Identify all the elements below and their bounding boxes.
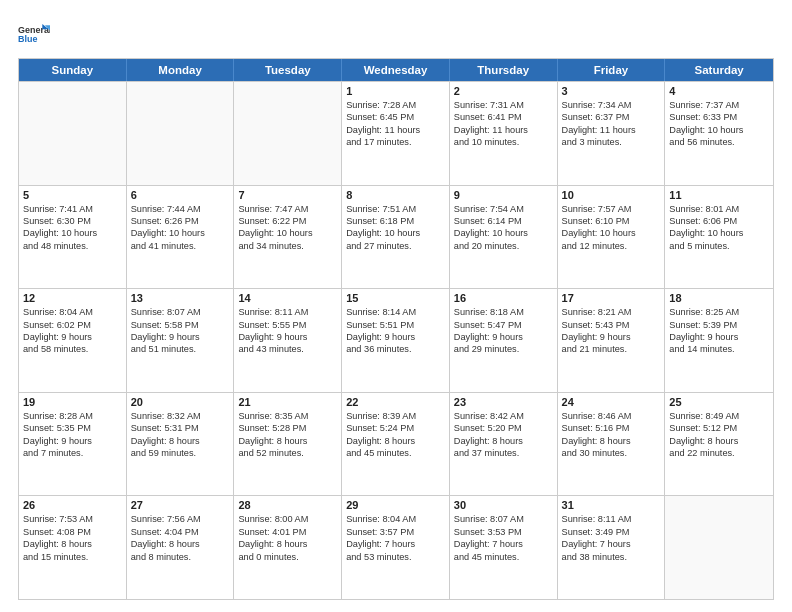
cell-info-line: and 27 minutes. — [346, 240, 445, 252]
cell-info-line: Sunrise: 8:39 AM — [346, 410, 445, 422]
day-number: 27 — [131, 499, 230, 511]
calendar-body: 1Sunrise: 7:28 AMSunset: 6:45 PMDaylight… — [19, 81, 773, 599]
cell-info-line: and 37 minutes. — [454, 447, 553, 459]
logo: GeneralBlue — [18, 18, 50, 50]
cell-info-line: Daylight: 11 hours — [346, 124, 445, 136]
header-cell-sunday: Sunday — [19, 59, 127, 81]
cell-info-line: and 45 minutes. — [346, 447, 445, 459]
cal-row-0: 1Sunrise: 7:28 AMSunset: 6:45 PMDaylight… — [19, 81, 773, 185]
cal-cell: 3Sunrise: 7:34 AMSunset: 6:37 PMDaylight… — [558, 82, 666, 185]
cell-info-line: Daylight: 10 hours — [669, 227, 769, 239]
cell-info-line: Sunset: 6:41 PM — [454, 111, 553, 123]
day-number: 31 — [562, 499, 661, 511]
cal-cell: 28Sunrise: 8:00 AMSunset: 4:01 PMDayligh… — [234, 496, 342, 599]
cell-info-line: Daylight: 9 hours — [131, 331, 230, 343]
day-number: 19 — [23, 396, 122, 408]
day-number: 15 — [346, 292, 445, 304]
page: GeneralBlue SundayMondayTuesdayWednesday… — [0, 0, 792, 612]
cell-info-line: and 51 minutes. — [131, 343, 230, 355]
cal-cell — [665, 496, 773, 599]
cell-info-line: Daylight: 9 hours — [23, 435, 122, 447]
cal-row-1: 5Sunrise: 7:41 AMSunset: 6:30 PMDaylight… — [19, 185, 773, 289]
cell-info-line: Sunrise: 7:56 AM — [131, 513, 230, 525]
cal-cell: 13Sunrise: 8:07 AMSunset: 5:58 PMDayligh… — [127, 289, 235, 392]
cell-info-line: Daylight: 8 hours — [238, 435, 337, 447]
day-number: 21 — [238, 396, 337, 408]
header-cell-wednesday: Wednesday — [342, 59, 450, 81]
day-number: 25 — [669, 396, 769, 408]
cell-info-line: and 56 minutes. — [669, 136, 769, 148]
cal-cell: 15Sunrise: 8:14 AMSunset: 5:51 PMDayligh… — [342, 289, 450, 392]
cell-info-line: Sunrise: 8:11 AM — [238, 306, 337, 318]
cell-info-line: Sunset: 6:45 PM — [346, 111, 445, 123]
day-number: 26 — [23, 499, 122, 511]
cal-cell: 19Sunrise: 8:28 AMSunset: 5:35 PMDayligh… — [19, 393, 127, 496]
header-cell-monday: Monday — [127, 59, 235, 81]
cell-info-line: Sunrise: 8:35 AM — [238, 410, 337, 422]
cal-cell: 25Sunrise: 8:49 AMSunset: 5:12 PMDayligh… — [665, 393, 773, 496]
cal-cell: 20Sunrise: 8:32 AMSunset: 5:31 PMDayligh… — [127, 393, 235, 496]
cell-info-line: Daylight: 7 hours — [346, 538, 445, 550]
cell-info-line: Sunrise: 8:28 AM — [23, 410, 122, 422]
cal-cell: 4Sunrise: 7:37 AMSunset: 6:33 PMDaylight… — [665, 82, 773, 185]
cell-info-line: Sunset: 5:16 PM — [562, 422, 661, 434]
cell-info-line: and 3 minutes. — [562, 136, 661, 148]
cell-info-line: and 34 minutes. — [238, 240, 337, 252]
cell-info-line: and 5 minutes. — [669, 240, 769, 252]
cell-info-line: Sunset: 5:28 PM — [238, 422, 337, 434]
cell-info-line: Sunset: 5:31 PM — [131, 422, 230, 434]
cell-info-line: and 52 minutes. — [238, 447, 337, 459]
cell-info-line: and 22 minutes. — [669, 447, 769, 459]
cell-info-line: Sunrise: 8:04 AM — [346, 513, 445, 525]
cal-cell: 12Sunrise: 8:04 AMSunset: 6:02 PMDayligh… — [19, 289, 127, 392]
cell-info-line: Daylight: 7 hours — [562, 538, 661, 550]
cal-cell: 11Sunrise: 8:01 AMSunset: 6:06 PMDayligh… — [665, 186, 773, 289]
day-number: 13 — [131, 292, 230, 304]
day-number: 4 — [669, 85, 769, 97]
day-number: 17 — [562, 292, 661, 304]
cell-info-line: and 59 minutes. — [131, 447, 230, 459]
cal-cell — [19, 82, 127, 185]
cal-cell: 1Sunrise: 7:28 AMSunset: 6:45 PMDaylight… — [342, 82, 450, 185]
day-number: 8 — [346, 189, 445, 201]
cell-info-line: and 48 minutes. — [23, 240, 122, 252]
cell-info-line: Sunset: 6:26 PM — [131, 215, 230, 227]
day-number: 7 — [238, 189, 337, 201]
cell-info-line: Sunrise: 8:00 AM — [238, 513, 337, 525]
cell-info-line: and 0 minutes. — [238, 551, 337, 563]
header-cell-tuesday: Tuesday — [234, 59, 342, 81]
cell-info-line: Daylight: 10 hours — [454, 227, 553, 239]
cell-info-line: Sunset: 6:30 PM — [23, 215, 122, 227]
cal-cell: 6Sunrise: 7:44 AMSunset: 6:26 PMDaylight… — [127, 186, 235, 289]
header: GeneralBlue — [18, 18, 774, 50]
cell-info-line: Sunset: 6:22 PM — [238, 215, 337, 227]
cell-info-line: Sunrise: 8:14 AM — [346, 306, 445, 318]
cell-info-line: Sunset: 5:12 PM — [669, 422, 769, 434]
cell-info-line: and 45 minutes. — [454, 551, 553, 563]
cell-info-line: Sunrise: 7:57 AM — [562, 203, 661, 215]
cell-info-line: Daylight: 9 hours — [238, 331, 337, 343]
cell-info-line: and 17 minutes. — [346, 136, 445, 148]
cell-info-line: Sunrise: 8:21 AM — [562, 306, 661, 318]
cell-info-line: Daylight: 11 hours — [454, 124, 553, 136]
cal-cell: 27Sunrise: 7:56 AMSunset: 4:04 PMDayligh… — [127, 496, 235, 599]
day-number: 22 — [346, 396, 445, 408]
calendar-header-row: SundayMondayTuesdayWednesdayThursdayFrid… — [19, 59, 773, 81]
cell-info-line: Sunset: 5:24 PM — [346, 422, 445, 434]
cell-info-line: and 58 minutes. — [23, 343, 122, 355]
cal-cell: 16Sunrise: 8:18 AMSunset: 5:47 PMDayligh… — [450, 289, 558, 392]
cal-row-3: 19Sunrise: 8:28 AMSunset: 5:35 PMDayligh… — [19, 392, 773, 496]
cell-info-line: Sunrise: 7:54 AM — [454, 203, 553, 215]
logo-text-block: GeneralBlue — [18, 18, 50, 50]
cell-info-line: Daylight: 8 hours — [131, 435, 230, 447]
header-cell-friday: Friday — [558, 59, 666, 81]
day-number: 2 — [454, 85, 553, 97]
cell-info-line: Sunset: 5:35 PM — [23, 422, 122, 434]
svg-text:Blue: Blue — [18, 34, 37, 44]
cal-cell: 9Sunrise: 7:54 AMSunset: 6:14 PMDaylight… — [450, 186, 558, 289]
cell-info-line: Daylight: 8 hours — [238, 538, 337, 550]
header-cell-thursday: Thursday — [450, 59, 558, 81]
cell-info-line: Daylight: 10 hours — [669, 124, 769, 136]
cal-row-4: 26Sunrise: 7:53 AMSunset: 4:08 PMDayligh… — [19, 495, 773, 599]
cal-cell: 22Sunrise: 8:39 AMSunset: 5:24 PMDayligh… — [342, 393, 450, 496]
